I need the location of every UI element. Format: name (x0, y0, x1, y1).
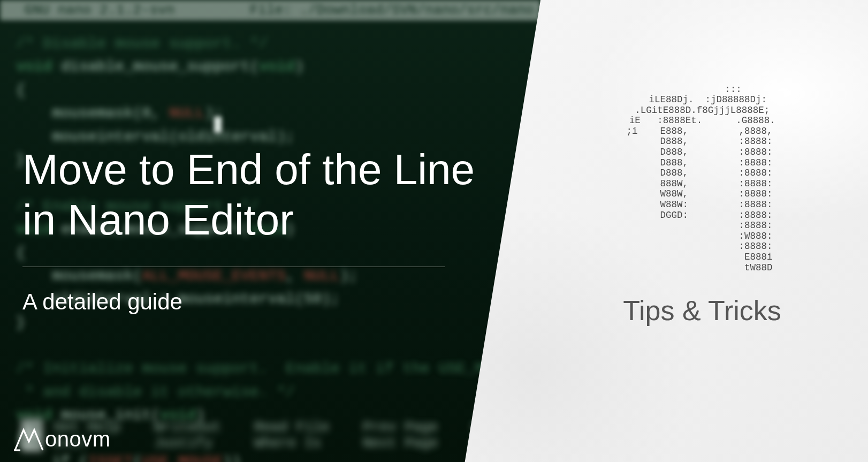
banner-stage: ::: iLE88Dj. :jD88888Dj: .LGitE888D.f8Gj… (0, 0, 868, 462)
tips-and-tricks-heading: Tips & Tricks (563, 294, 841, 327)
banner-headline: Move to End of the Line in Nano Editor (22, 145, 483, 246)
nano-ascii-logo: ::: iLE88Dj. :jD88888Dj: .LGitE888D.f8Gj… (587, 85, 812, 274)
monovm-logo: onovm (13, 427, 111, 452)
headline-divider (22, 267, 445, 267)
left-panel: GNU nano 2.1.2-svn File: ./Download/SVN/… (0, 0, 540, 462)
monovm-logo-text: onovm (45, 427, 111, 452)
editor-cursor (214, 117, 222, 133)
monovm-logo-icon (13, 427, 44, 452)
banner-subline: A detailed guide (22, 289, 182, 315)
